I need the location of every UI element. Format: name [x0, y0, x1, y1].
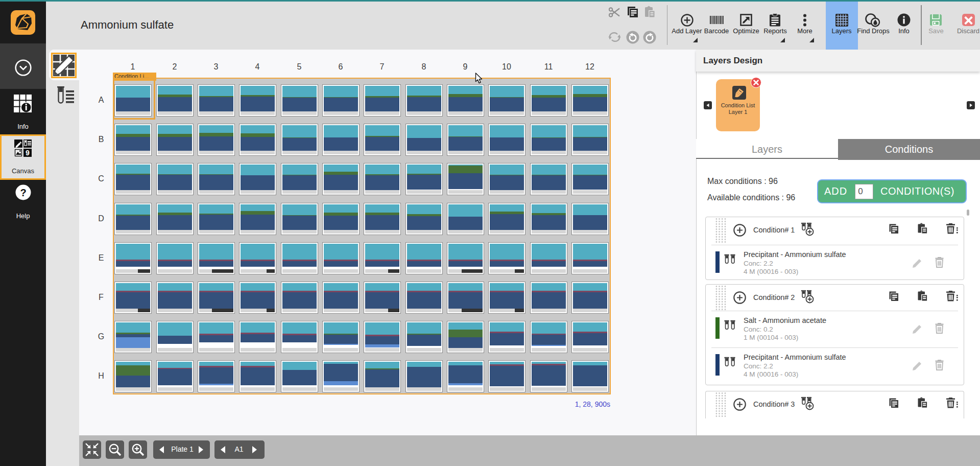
svg-text:9: 9: [26, 149, 30, 157]
svg-text:?: ?: [20, 187, 26, 198]
